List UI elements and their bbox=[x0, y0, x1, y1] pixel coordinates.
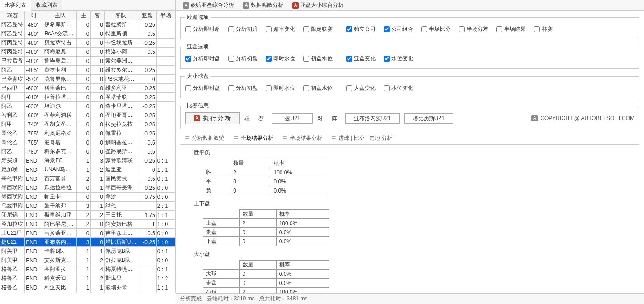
checkbox-分析初盘[interactable]: 分析初盘 bbox=[228, 84, 258, 92]
table-row[interactable]: 阿丙曼特-480'贝拉萨特吉00卡纽埃拉斯-0.25 bbox=[0, 39, 175, 48]
right-tabs: A欧赔亚盘综合分析A数据离散分析A亚盘大小综合分析 bbox=[176, 0, 644, 11]
checkbox-input[interactable] bbox=[384, 26, 390, 32]
right-tab[interactable]: A数据离散分析 bbox=[239, 0, 288, 10]
checkbox-初盘水位[interactable]: 初盘水位 bbox=[303, 55, 333, 63]
tab-fav-list[interactable]: 收藏列表 bbox=[31, 0, 62, 10]
tab-match-list[interactable]: 比赛列表 bbox=[0, 0, 31, 11]
table-row[interactable]: 墨西联附END帕丘卡00拿沙0.750 : 0 bbox=[0, 193, 175, 202]
checkbox-input[interactable] bbox=[303, 56, 309, 62]
checkbox-input[interactable] bbox=[185, 85, 191, 91]
table-row[interactable]: 阿乙曼特-480'BsAs交流…00特里斯顿0.5 bbox=[0, 29, 175, 39]
left-tabs: 比赛列表 收藏列表 bbox=[0, 0, 175, 11]
checkbox-公司组合[interactable]: 公司组合 bbox=[384, 25, 413, 33]
checkbox-分析初赔[interactable]: 分析初赔 bbox=[228, 25, 258, 33]
checkbox-即时水位[interactable]: 即时水位 bbox=[266, 84, 295, 92]
col-header[interactable]: 亚盘 bbox=[138, 11, 156, 20]
table-row[interactable]: 圣加拉联END阿巴罕尼(…20阿安姆巴格11 : 0 bbox=[0, 220, 175, 229]
col-header[interactable]: 客 bbox=[91, 11, 104, 20]
checkbox-input[interactable] bbox=[266, 85, 272, 91]
table-row[interactable]: 土U21甲END马拉蒂亚…00吉里森土…0.50 : 0 bbox=[0, 229, 175, 238]
table-row[interactable]: 巴西甲-600'科里蒂巴00维多利亚0.25 bbox=[0, 84, 175, 93]
table-row[interactable]: 阿乙曼特-480'伊希库斯…00普拉腾斯0.25 bbox=[0, 20, 175, 29]
checkbox-input[interactable] bbox=[228, 85, 234, 91]
col-header[interactable]: 时 bbox=[25, 11, 43, 20]
checkbox-分析即时盘[interactable]: 分析即时盘 bbox=[185, 84, 220, 92]
checkbox-input[interactable] bbox=[459, 26, 465, 32]
table-row[interactable]: 阿甲-610'拉普拉塔…00圣塔菲联0.25 bbox=[0, 93, 175, 102]
table-row[interactable]: 阿乙-485'费罗卡利00维拉多尔…0.25 bbox=[0, 66, 175, 75]
table-row[interactable]: 阿美甲END艾拉斯克…12舒拉克B队0 : 0 bbox=[0, 256, 175, 265]
checkbox-input[interactable] bbox=[185, 56, 191, 62]
checkbox-input[interactable] bbox=[228, 56, 234, 62]
table-row[interactable]: 牙买超END海景FC13蒙特歌湾联-0.250 : 1 bbox=[0, 156, 175, 165]
checkbox-input[interactable] bbox=[384, 85, 390, 91]
checkbox-杯赛[interactable]: 杯赛 bbox=[534, 25, 553, 33]
checkbox-半场结果[interactable]: 半场结果 bbox=[496, 25, 526, 33]
table-row[interactable]: 巴拉后备-480'鲁毕奥后…00索尔美洲… bbox=[0, 57, 175, 66]
right-tab[interactable]: A亚盘大小综合分析 bbox=[288, 0, 348, 10]
checkbox-input[interactable] bbox=[384, 56, 390, 62]
table-row[interactable]: 哥伦乙-765'波哥塔00鲷帕基拉…-0.5 bbox=[0, 138, 175, 147]
table-row[interactable]: 格鲁乙END苏洛利维尼01美拉尼0 : 0 bbox=[0, 292, 175, 294]
table-row[interactable]: 阿甲-740'圣胡安圣…00拉斐拉竞技0.25 bbox=[0, 120, 175, 129]
checkbox-限定联赛[interactable]: 限定联赛 bbox=[303, 25, 333, 33]
checkbox-即时水位[interactable]: 即时水位 bbox=[266, 55, 295, 63]
checkbox-input[interactable] bbox=[346, 26, 352, 32]
col-header[interactable]: 主队 bbox=[43, 11, 77, 20]
col-header[interactable]: 联赛 bbox=[0, 11, 25, 20]
subtab[interactable]: ☰半场结果分析 bbox=[278, 133, 327, 144]
checkbox-水位变化[interactable]: 水位变化 bbox=[384, 84, 413, 92]
table-row[interactable]: 格鲁乙END科克禾迪12斯库里1 : 2 bbox=[0, 274, 175, 283]
checkbox-分析即时赔[interactable]: 分析即时赔 bbox=[185, 25, 220, 33]
checkbox-input[interactable] bbox=[228, 26, 234, 32]
league-value: 捷U21 bbox=[272, 113, 313, 124]
checkbox-input[interactable] bbox=[266, 56, 272, 62]
checkbox-赔率变化[interactable]: 赔率变化 bbox=[266, 25, 295, 33]
checkbox-input[interactable] bbox=[266, 26, 272, 32]
checkbox-独立公司[interactable]: 独立公司 bbox=[346, 25, 376, 33]
table-row[interactable]: 哥伦甲附END百万富翁21国民竞技0.50 : 1 bbox=[0, 174, 175, 183]
checkbox-亚盘变化[interactable]: 亚盘变化 bbox=[346, 55, 376, 63]
table-row[interactable]: 阿美甲END卡磐B队11佩历克B队0 : 1 bbox=[0, 247, 175, 256]
table-row[interactable]: 阿乙-780'科尔多瓦…00圣路易斯…0.5 bbox=[0, 147, 175, 156]
subtab[interactable]: ☰分析数据概览 bbox=[180, 133, 229, 144]
right-tab[interactable]: A欧赔亚盘综合分析 bbox=[178, 0, 239, 10]
table-row[interactable]: 哥伦乙-765'利奥尼格罗00佩雷拉-0.25 bbox=[0, 129, 175, 138]
checkbox-分析初盘[interactable]: 分析初盘 bbox=[228, 55, 258, 63]
fieldset-ou: 大小球盘分析即时盘分析初盘即时水位初盘水位大盘变化水位变化 bbox=[180, 72, 639, 98]
checkbox-大盘变化[interactable]: 大盘变化 bbox=[346, 84, 376, 92]
table-row[interactable]: 捷U21END亚布洛内…30塔比历斯U…-0.251 : 0 bbox=[0, 238, 175, 247]
checkbox-input[interactable] bbox=[346, 85, 352, 91]
subtab[interactable]: ☰进球 | 比分 | 走地 分析 bbox=[327, 133, 397, 144]
table-row[interactable]: 尼加联ENDUNAN马纳…12迪里亚01 : 1 bbox=[0, 165, 175, 174]
table-row[interactable]: 格鲁乙END利亚夫比11波瑞乔米1 : 1 bbox=[0, 283, 175, 292]
col-header[interactable]: 半场 bbox=[156, 11, 175, 20]
match-grid[interactable]: 联赛时主队主客客队亚盘半场 阿乙曼特-480'伊希库斯…00普拉腾斯0.25阿乙… bbox=[0, 11, 175, 293]
checkbox-水位变化[interactable]: 水位变化 bbox=[384, 55, 413, 63]
table-row[interactable]: 阿丙曼特-480'阿梅尼奥00梅洛小阿…0.5 bbox=[0, 48, 175, 57]
col-header[interactable]: 客队 bbox=[104, 11, 138, 20]
checkbox-input[interactable] bbox=[496, 26, 502, 32]
checkbox-input[interactable] bbox=[185, 26, 191, 32]
execute-analysis-button[interactable]: A执 行 分 析 bbox=[185, 112, 240, 124]
checkbox-半场分差[interactable]: 半场分差 bbox=[459, 25, 488, 33]
legend: 欧赔选项 bbox=[185, 14, 210, 21]
table-row[interactable]: 格鲁乙END基阿图拉14梅夏特堤…0 : 1 bbox=[0, 265, 175, 274]
col-header[interactable]: 主 bbox=[77, 11, 91, 20]
checkbox-input[interactable] bbox=[421, 26, 427, 32]
checkbox-input[interactable] bbox=[534, 26, 540, 32]
table-row[interactable]: 巴圣青联-570'克鲁里佩…00PB保地花…0 bbox=[0, 75, 175, 84]
table-row[interactable]: 智利乙-690'圣菲利浦联00圣地亚哥…0.25 bbox=[0, 111, 175, 120]
checkbox-input[interactable] bbox=[303, 26, 309, 32]
table-row[interactable]: 印尼锦END斯里维加亚22巴日托1.751 : 1 bbox=[0, 211, 175, 220]
table-row[interactable]: 墨西联附END瓜达拉哈拉01墨西哥美洲0.250 : 0 bbox=[0, 183, 175, 193]
checkbox-input[interactable] bbox=[346, 56, 352, 62]
section-title: 胜平负 bbox=[194, 149, 639, 157]
table-row[interactable]: 乌兹甲附END曼干纳弗…31纳伦2 : 1 bbox=[0, 202, 175, 211]
checkbox-分析即时盘[interactable]: 分析即时盘 bbox=[185, 55, 220, 63]
table-row[interactable]: 阿乙-630'坦迪尔00查卡里塔…-0.25 bbox=[0, 102, 175, 111]
checkbox-初盘水位[interactable]: 初盘水位 bbox=[303, 84, 333, 92]
subtab[interactable]: ☰全场结果分析 bbox=[229, 133, 278, 144]
checkbox-半场比分[interactable]: 半场比分 bbox=[421, 25, 451, 33]
checkbox-input[interactable] bbox=[303, 85, 309, 91]
